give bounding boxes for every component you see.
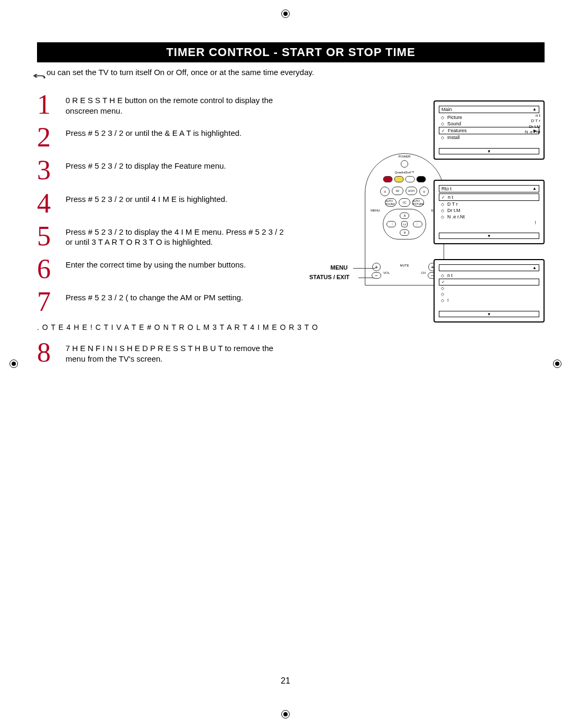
menu-item-selected: ✓n t xyxy=(439,193,539,201)
osd-main-menu: Main ▲ ◇Picture ◇Sound ✓Features▶ ◇Insta… xyxy=(434,100,545,160)
diamond-icon: ◇ xyxy=(441,286,445,291)
intro-text: ou can set the TV to turn itself On or O… xyxy=(47,68,314,77)
menu-item-selected: ✓Features▶ xyxy=(439,127,539,134)
menu-item-label: Dr t.M xyxy=(447,208,461,213)
diamond-icon: ◇ xyxy=(441,202,445,207)
step-text: Press # 5 2 3 / 2 to display the Feature… xyxy=(66,159,293,171)
menu-title-row: Rto t ▲ xyxy=(439,185,539,192)
side-text: Dr t.M xyxy=(525,124,540,130)
arrow-up-icon: ▲ xyxy=(532,265,537,270)
vol-buttons: + − xyxy=(372,263,381,279)
step-number: 7 xyxy=(37,290,66,314)
menu-footer: ▼ xyxy=(439,233,539,239)
step-text: Press # 5 2 3 / 2 ( to change the AM or … xyxy=(66,290,293,303)
step-number: 8 xyxy=(37,341,66,364)
remote-outline: POWER QuadraSurf™ ◎ AV A/CH ◎ AUTO SOUND… xyxy=(365,153,444,285)
step-number: 3 xyxy=(37,159,66,182)
menu-item-label: N .e r.Nt xyxy=(447,214,465,219)
step-text: Enter the correct time by using the numb… xyxy=(66,257,293,270)
title-text: TIMER CONTROL - START OR STOP TIME xyxy=(166,45,415,59)
cursor-ok-icon: ▭ xyxy=(401,221,408,227)
step-text: 7 H E N F I N I S H E D P R E S S T H B … xyxy=(66,341,293,364)
arrow-down-icon: ▼ xyxy=(487,149,491,154)
side-text: n t xyxy=(525,113,540,118)
menu-item: ◇N .e r.Nt xyxy=(439,214,539,220)
diamond-icon: ◇ xyxy=(441,122,445,126)
registration-mark-icon xyxy=(281,710,290,718)
step-row: 3 Press # 5 2 3 / 2 to display the Featu… xyxy=(37,159,545,182)
step-number: 6 xyxy=(37,257,66,281)
page-content: TIMER CONTROL - START OR STOP TIME ⤴ ou … xyxy=(37,42,545,374)
side-text: N .e r.Nt xyxy=(525,130,540,135)
menu-footer: ▼ xyxy=(439,148,539,154)
side-text: D T r xyxy=(525,118,540,124)
menu-item: ◇ xyxy=(439,285,539,291)
step-number: 2 xyxy=(37,126,66,149)
spiral-button-icon: ◎ xyxy=(380,187,390,196)
arrow-up-icon: ▲ xyxy=(532,186,537,191)
callout-status-exit: STATUS / EXIT xyxy=(309,274,349,280)
diamond-icon: ◇ xyxy=(441,135,445,140)
menu-title: Rto t xyxy=(441,186,452,191)
check-icon: ✓ xyxy=(441,195,446,200)
cursor-right-icon: 〉 xyxy=(413,221,422,227)
menu-item: ◇Dr t.M xyxy=(439,207,539,214)
registration-mark-icon xyxy=(281,10,290,18)
autosound-button: AUTO SOUND xyxy=(385,198,397,207)
autopicture-button: AUTO PICTURE xyxy=(412,198,424,207)
check-icon: ✓ xyxy=(441,280,446,284)
cursor-down-icon: ∨ xyxy=(400,229,409,236)
page-number: 21 xyxy=(281,676,290,686)
menu-item-label: Sound xyxy=(447,121,461,126)
menu-right-text: ! xyxy=(439,220,539,225)
step-text: 0 R E S S T H E button on the remote con… xyxy=(66,93,293,116)
menu-side-column: n t D T r Dr t.M N .e r.Nt xyxy=(525,113,540,135)
diamond-icon: ◇ xyxy=(441,208,445,213)
menu-item: ◇Install xyxy=(439,134,539,141)
registration-mark-icon xyxy=(553,360,561,368)
menu-title-row: ▲ xyxy=(439,264,539,271)
callout-menu: MENU xyxy=(330,264,347,271)
osd-features-menu: Rto t ▲ ✓n t ◇D T r ◇Dr t.M ◇N .e r.Nt !… xyxy=(434,180,545,244)
quadrasurf-label: QuadraSurf™ xyxy=(394,171,414,174)
intro-row: ⤴ ou can set the TV to turn itself On or… xyxy=(37,68,545,85)
check-icon: ✓ xyxy=(441,128,446,133)
menu-item-label: Picture xyxy=(447,115,462,120)
menu-item-label: Install xyxy=(447,135,460,140)
remote-diagram: MENU STATUS / EXIT POWER QuadraSurf™ ◎ A… xyxy=(333,153,444,291)
menu-corner-label: MENU xyxy=(371,209,380,212)
page-title: TIMER CONTROL - START OR STOP TIME xyxy=(37,42,545,62)
surf-buttons xyxy=(383,176,426,182)
spiral-button-icon: ◎ xyxy=(419,187,429,196)
diamond-icon: ◇ xyxy=(441,292,445,297)
cursor-up-icon: ∧ xyxy=(400,213,409,219)
menu-footer: ▼ xyxy=(439,311,539,317)
surf-button-icon xyxy=(406,176,415,182)
diamond-icon: ◇ xyxy=(441,273,445,278)
mute-label: MUTE xyxy=(400,264,409,267)
menu-title: Main xyxy=(441,107,452,112)
step-text: Press # 5 2 3 / 2 or until 4 I M E is hi… xyxy=(66,192,293,205)
ch-label: CH xyxy=(421,271,426,274)
menu-item: ◇Sound xyxy=(439,121,539,127)
arrow-down-icon: ▼ xyxy=(487,234,491,238)
step-row: 8 7 H E N F I N I S H E D P R E S S T H … xyxy=(37,341,545,364)
menu-item: ◇Picture xyxy=(439,114,539,121)
power-label: POWER xyxy=(399,155,411,158)
diamond-icon: ◇ xyxy=(441,298,445,303)
button-row: AUTO SOUND CC AUTO PICTURE xyxy=(385,198,424,207)
menu-item-label: ! xyxy=(447,298,449,303)
arrow-down-icon: ▼ xyxy=(487,312,491,317)
surf-button-icon xyxy=(417,176,426,182)
vol-minus-icon: − xyxy=(372,272,381,279)
osd-timer-menu: ▲ ◇n t ✓ ◇ ◇ ◇ ! ▼ xyxy=(434,259,545,322)
surf-red-icon xyxy=(383,176,393,182)
step-number: 1 xyxy=(37,93,66,116)
menu-item: ◇n t xyxy=(439,272,539,279)
menu-title-row: Main ▲ xyxy=(439,106,539,113)
cursor-left-icon: 〈 xyxy=(386,221,396,227)
menu-item: ◇ xyxy=(439,291,539,297)
power-button-icon xyxy=(401,160,408,168)
av-button: AV xyxy=(392,187,403,195)
diamond-icon: ◇ xyxy=(441,115,445,120)
